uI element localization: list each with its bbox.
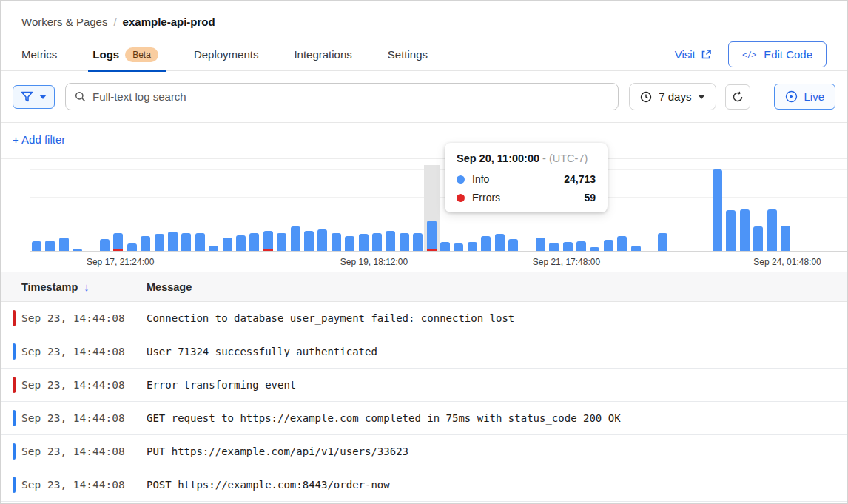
log-volume-bar[interactable] xyxy=(304,231,314,251)
log-volume-bar[interactable] xyxy=(713,169,722,251)
log-volume-bar[interactable] xyxy=(576,241,586,251)
column-message: Message xyxy=(147,281,192,293)
log-volume-bar[interactable] xyxy=(100,239,110,251)
tooltip-info-value: 24,713 xyxy=(564,173,596,185)
tooltip-errors-label: Errors xyxy=(472,192,500,204)
log-volume-bar[interactable] xyxy=(767,209,777,251)
log-volume-bar[interactable] xyxy=(781,226,790,251)
log-volume-bar[interactable] xyxy=(372,233,382,251)
live-button[interactable]: Live xyxy=(774,84,835,110)
tooltip-timestamp: Sep 20, 11:00:00 xyxy=(457,152,539,164)
table-row[interactable]: Sep 23, 14:44:08 POST https://example.co… xyxy=(1,468,847,502)
chevron-down-icon xyxy=(698,95,705,99)
log-volume-bar[interactable] xyxy=(236,235,246,251)
log-level-indicator xyxy=(13,443,16,460)
tab-metrics[interactable]: Metrics xyxy=(21,38,57,71)
log-volume-bar[interactable] xyxy=(168,232,178,251)
log-volume-bar[interactable] xyxy=(45,241,55,251)
log-volume-bar[interactable] xyxy=(195,233,205,251)
chart-plot[interactable] xyxy=(30,169,847,251)
log-volume-bar[interactable] xyxy=(481,236,491,251)
log-volume-bar[interactable] xyxy=(181,233,191,251)
log-volume-bar[interactable] xyxy=(291,226,300,251)
x-axis-tick: Sep 19, 18:12:00 xyxy=(340,257,408,267)
log-volume-bar[interactable] xyxy=(223,238,232,251)
log-volume-bar[interactable] xyxy=(753,226,763,251)
log-toolbar: 7 days Live xyxy=(1,71,847,123)
log-timestamp: Sep 23, 14:44:08 xyxy=(1,312,147,324)
log-volume-bar[interactable] xyxy=(277,233,286,251)
edit-code-button[interactable]: </> Edit Code xyxy=(728,41,827,67)
log-volume-bar[interactable] xyxy=(386,231,395,251)
log-search[interactable] xyxy=(65,83,619,110)
log-volume-bar[interactable] xyxy=(604,240,613,251)
log-timestamp: Sep 23, 14:44:08 xyxy=(1,346,147,357)
log-timestamp: Sep 23, 14:44:08 xyxy=(1,446,147,457)
search-input[interactable] xyxy=(92,90,609,103)
workers-logs-page: Workers & Pages / example-api-prod Metri… xyxy=(0,0,848,504)
table-row[interactable]: Sep 23, 14:44:08 User 71324 successfully… xyxy=(1,335,847,369)
log-volume-bar[interactable] xyxy=(127,243,137,251)
sort-desc-icon[interactable]: ↓ xyxy=(84,280,90,293)
tooltip-info-row: Info 24,713 xyxy=(457,173,596,185)
column-timestamp[interactable]: Timestamp ↓ xyxy=(1,280,147,293)
log-volume-bar[interactable] xyxy=(345,236,354,251)
play-circle-icon xyxy=(785,90,798,103)
x-axis-tick: Sep 21, 17:48:00 xyxy=(533,257,600,267)
log-volume-bar[interactable] xyxy=(631,246,641,251)
log-volume-bar[interactable] xyxy=(658,233,667,251)
tab-integrations[interactable]: Integrations xyxy=(294,38,351,71)
add-filter-button[interactable]: + Add filter xyxy=(13,133,65,146)
log-volume-bar[interactable] xyxy=(155,234,164,251)
log-volume-bar[interactable] xyxy=(317,229,327,251)
log-volume-bar[interactable] xyxy=(59,238,69,251)
search-icon xyxy=(75,91,86,102)
table-header: Timestamp ↓ Message xyxy=(1,272,847,302)
tab-settings[interactable]: Settings xyxy=(388,38,428,71)
table-row[interactable]: Sep 23, 14:44:08 GET request to https://… xyxy=(1,402,847,435)
log-volume-bar[interactable] xyxy=(32,241,41,251)
log-volume-bar[interactable] xyxy=(536,238,545,251)
time-range-button[interactable]: 7 days xyxy=(629,83,716,110)
log-volume-bar[interactable] xyxy=(263,231,273,251)
table-row[interactable]: Sep 23, 14:44:08 Connection to database … xyxy=(1,302,847,335)
log-volume-bar[interactable] xyxy=(359,234,369,251)
log-volume-bar[interactable] xyxy=(249,233,259,251)
tooltip-errors-value: 59 xyxy=(584,192,596,204)
log-volume-bar[interactable] xyxy=(495,234,505,251)
log-volume-bar[interactable] xyxy=(440,242,450,251)
table-row[interactable]: Sep 23, 14:44:08 PUT https://example.com… xyxy=(1,435,847,468)
log-volume-bar[interactable] xyxy=(468,242,477,251)
tooltip-timezone: - (UTC-7) xyxy=(542,152,588,164)
log-table: Timestamp ↓ Message Sep 23, 14:44:08 Con… xyxy=(1,272,847,502)
log-volume-bar[interactable] xyxy=(427,221,437,251)
log-volume-bar[interactable] xyxy=(563,242,573,251)
log-timestamp: Sep 23, 14:44:08 xyxy=(1,479,147,491)
filter-menu-button[interactable] xyxy=(13,85,55,109)
log-volume-bar[interactable] xyxy=(413,233,423,251)
log-volume-bar[interactable] xyxy=(209,246,218,251)
log-volume-bar[interactable] xyxy=(617,236,627,251)
tooltip-errors-row: Errors 59 xyxy=(457,192,596,204)
log-volume-bar[interactable] xyxy=(590,247,599,251)
chart-tooltip: Sep 20, 11:00:00 - (UTC-7) Info 24,713 E… xyxy=(445,143,608,212)
log-volume-bar[interactable] xyxy=(73,249,82,251)
tab-logs[interactable]: Logs Beta xyxy=(92,38,158,71)
visit-link[interactable]: Visit xyxy=(675,48,712,61)
log-volume-bar[interactable] xyxy=(726,210,736,251)
log-message: GET request to https://example.com compl… xyxy=(147,412,621,424)
table-row[interactable]: Sep 23, 14:44:08 Error transforming even… xyxy=(1,369,847,402)
breadcrumb-section[interactable]: Workers & Pages xyxy=(21,16,107,28)
log-volume-bar[interactable] xyxy=(740,209,750,251)
log-volume-bar[interactable] xyxy=(141,236,150,251)
tab-deployments[interactable]: Deployments xyxy=(194,38,259,71)
log-volume-bar[interactable] xyxy=(549,243,559,251)
log-volume-bar[interactable] xyxy=(113,233,123,251)
log-level-indicator xyxy=(13,343,16,360)
log-volume-bar[interactable] xyxy=(400,233,409,251)
log-volume-bar[interactable] xyxy=(454,243,463,251)
log-volume-bar[interactable] xyxy=(332,233,341,251)
log-volume-bar[interactable] xyxy=(508,239,518,251)
refresh-button[interactable] xyxy=(725,84,750,110)
clock-icon xyxy=(640,91,652,103)
